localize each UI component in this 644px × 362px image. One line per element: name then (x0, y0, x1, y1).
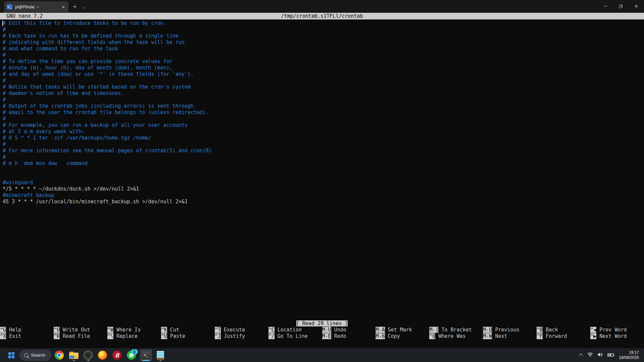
rings-app-button[interactable] (82, 349, 94, 361)
editor-line: # m h dom mon dow command (3, 160, 639, 167)
window-titlebar: >_ pi@Pihole: ~ × + ⌄ × (0, 0, 644, 12)
shortcut-key: M-E (322, 333, 331, 339)
close-button[interactable]: × (629, 0, 644, 12)
nano-shortcut: ^◀ Prev Word (590, 327, 644, 333)
editor-line: # (3, 52, 639, 58)
editor-line: # Each task to run has to be defined thr… (3, 33, 639, 39)
nano-statusbar: [ Read 29 lines ] (0, 320, 644, 327)
editor-line: #minecraft backup (3, 192, 639, 199)
shortcut-label: Paste (167, 333, 185, 339)
folder-icon (69, 352, 79, 359)
nano-shortcut: ^W Where Is (107, 327, 161, 333)
volume-icon[interactable] (597, 352, 603, 358)
firefox-button[interactable] (97, 349, 109, 361)
screen: >_ pi@Pihole: ~ × + ⌄ × GNU nano 7.2 /tm… (0, 0, 644, 362)
taskbar: Search 8 3 >_ (0, 348, 644, 362)
editor-line: # 0 5 * * 1 tar -zcf /var/backups/home.t… (3, 135, 639, 141)
whatsapp-button[interactable]: 3 (126, 349, 138, 361)
running-indicator (159, 360, 161, 361)
editor-line: # To define the time you can provide con… (3, 58, 639, 65)
search-box[interactable]: Search (20, 350, 51, 361)
new-tab-button[interactable]: + (73, 3, 77, 10)
editor-line: # (3, 141, 639, 148)
taskbar-clock[interactable]: 19:17 19/09/2025 (619, 350, 639, 360)
restore-button[interactable] (613, 0, 629, 12)
clock-date: 19/09/2025 (619, 355, 639, 360)
nano-shortcut: M-E Redo (322, 333, 376, 340)
editor-line: # Edit this file to introduce tasks to b… (3, 20, 639, 27)
clock-time: 19:17 (619, 350, 639, 355)
editor-line: # Notice that tasks will be started base… (3, 84, 639, 90)
shortcut-label: Help (6, 327, 21, 333)
nano-shortcut: M-Q Previous (483, 327, 537, 333)
running-indicator (73, 360, 75, 361)
wifi-icon[interactable] (587, 352, 593, 358)
shortcut-label: Exit (6, 333, 21, 339)
text-cursor (2, 20, 3, 26)
whatsapp-icon: 3 (127, 351, 136, 360)
nano-shortcut: ^G Help (0, 327, 54, 333)
shortcut-label: Go To Line (275, 333, 308, 339)
editor-line: # Output of the crontab jobs (including … (3, 103, 639, 109)
windows-terminal-button[interactable]: >_ (140, 349, 152, 361)
terminal-window[interactable]: GNU nano 7.2 /tmp/crontab.s1TFLl/crontab… (0, 12, 644, 348)
shortcut-key: ^Q (429, 333, 435, 339)
tab-close-icon[interactable]: × (61, 4, 66, 9)
minimize-button[interactable] (598, 0, 613, 12)
shortcut-key: M-Q (483, 327, 492, 333)
nano-shortcut: ^T Execute (215, 327, 268, 333)
shortcut-label: Justify (221, 333, 245, 339)
tab-dropdown-icon[interactable]: ⌄ (82, 5, 85, 9)
editor-line: # and what command to run for the task (3, 46, 639, 52)
nano-shortcut: ^K Cut (161, 327, 215, 333)
editor-line: 45 3 * * * /usr/local/bin/minecraft_back… (3, 199, 639, 205)
shortcut-label: Back (543, 327, 558, 333)
search-label: Search (31, 353, 45, 358)
editor-line: #wireguard (3, 179, 639, 186)
editor-line (3, 167, 639, 173)
shortcut-key: ^U (161, 333, 167, 339)
scrollbar-down-arrow[interactable]: ⌄ (641, 341, 643, 346)
nano-shortcut: M-U Undo (322, 327, 376, 333)
shortcut-key: ^T (215, 327, 221, 333)
battery-charging-icon[interactable] (607, 352, 614, 358)
chrome-icon (55, 351, 64, 360)
shortcut-label: Replace (113, 333, 138, 339)
shortcut-row-2: ^X Exit^R Read File^\ Replace^U Paste^J … (0, 333, 644, 340)
editor-line (3, 173, 639, 179)
chrome-button[interactable] (53, 349, 65, 361)
notepad-button[interactable] (154, 349, 166, 361)
editor-content[interactable]: # Edit this file to introduce tasks to b… (3, 20, 639, 205)
editor-line: # (3, 97, 639, 103)
red-8-app-button[interactable]: 8 (111, 349, 123, 361)
shortcut-label: Next (492, 333, 507, 339)
red-8-app-icon: 8 (112, 351, 121, 360)
shortcut-label: Undo (331, 327, 346, 333)
shortcut-label: Redo (331, 333, 346, 339)
terminal-icon: >_ (142, 352, 150, 359)
shortcut-label: Set Mark (385, 327, 412, 333)
editor-line: # (3, 27, 639, 33)
shortcut-key: ^X (0, 333, 6, 339)
editor-line: # For example, you can run a backup of a… (3, 122, 639, 128)
shortcut-label: Location (275, 327, 302, 333)
nano-titlebar: GNU nano 7.2 /tmp/crontab.s1TFLl/crontab (0, 13, 644, 19)
shortcut-key: M-U (322, 327, 331, 333)
shortcut-label: Prev Word (596, 327, 627, 333)
terminal-tab[interactable]: >_ pi@Pihole: ~ × (4, 1, 68, 12)
editor-line: # daemon's notion of time and timezones. (3, 90, 639, 97)
nano-shortcut: ^\ Replace (107, 333, 161, 340)
shortcut-key: ^F (537, 333, 543, 339)
shortcut-label: Read File (60, 333, 90, 339)
shortcut-key: ^K (161, 327, 167, 333)
hidden-icons-chevron-icon[interactable] (579, 354, 583, 358)
file-explorer-button[interactable] (68, 349, 80, 361)
editor-line: # and day of week (dow) or use '*' in th… (3, 71, 639, 77)
nano-shortcut: ^U Paste (161, 333, 215, 340)
nano-shortcut: M-A Set Mark (376, 327, 429, 333)
tab-title: pi@Pihole: ~ (15, 5, 58, 9)
shortcut-label: Previous (492, 327, 519, 333)
start-button[interactable] (5, 349, 17, 361)
running-indicator (87, 360, 89, 361)
status-message: [ Read 29 lines ] (296, 320, 348, 326)
